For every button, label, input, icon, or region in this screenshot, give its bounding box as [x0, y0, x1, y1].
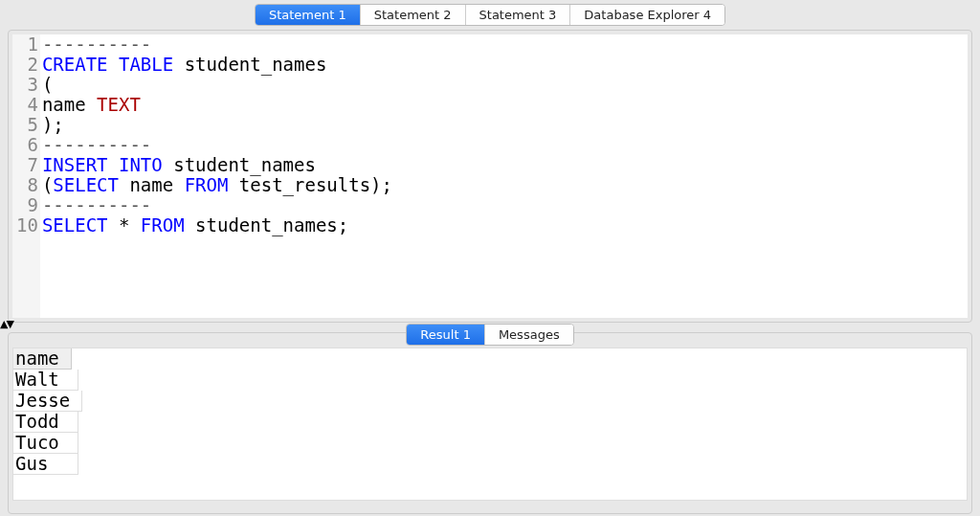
line-number: 10 — [16, 215, 38, 236]
code-token: name — [119, 174, 185, 195]
code-token: name — [42, 94, 97, 115]
top-tabset: Statement 1Statement 2Statement 3Databas… — [255, 4, 725, 26]
code-token: student_names; — [185, 214, 349, 236]
code-line: INSERT INTO student_names — [42, 155, 966, 175]
code-line: ( — [42, 75, 966, 95]
splitter-handle-icon[interactable]: ▲▼ — [0, 321, 12, 328]
table-cell: Gus — [13, 454, 78, 475]
code-line: ); — [42, 115, 966, 135]
line-number: 9 — [16, 195, 38, 215]
sql-editor[interactable]: 12345678910 ----------CREATE TABLE stude… — [12, 34, 968, 318]
table-row[interactable]: Walt — [13, 370, 967, 391]
table-row[interactable]: Gus — [13, 454, 967, 475]
table-row[interactable]: Jesse — [13, 391, 967, 412]
code-token: ---------- — [42, 34, 151, 55]
code-token: ---------- — [42, 194, 151, 215]
code-token: ( — [42, 74, 53, 95]
result-outer-panel: Result 1Messages nameWaltJesseToddTucoGu… — [8, 332, 972, 514]
editor-code-area[interactable]: ----------CREATE TABLE student_names(nam… — [40, 34, 968, 318]
table-cell: Walt — [13, 370, 78, 391]
code-line: name TEXT — [42, 95, 966, 115]
column-header[interactable]: name — [13, 348, 72, 370]
code-token: INSERT — [42, 154, 108, 175]
code-token: CREATE — [42, 54, 108, 75]
table-cell: Todd — [13, 412, 78, 433]
splitter[interactable]: ▲▼ — [0, 323, 980, 332]
tab-database-explorer-4[interactable]: Database Explorer 4 — [570, 5, 724, 25]
line-number: 6 — [16, 135, 38, 155]
code-line: ---------- — [42, 34, 966, 55]
code-token: ); — [42, 114, 64, 135]
table-cell: Jesse — [13, 391, 82, 412]
code-token: FROM — [185, 174, 229, 195]
line-number: 2 — [16, 55, 38, 75]
code-token: TEXT — [97, 94, 141, 115]
grid-header-row: name — [13, 348, 967, 370]
top-tabbar: Statement 1Statement 2Statement 3Databas… — [0, 0, 980, 28]
code-token — [108, 54, 119, 75]
code-token: * — [108, 214, 141, 236]
code-token: FROM — [141, 214, 185, 236]
line-number: 1 — [16, 34, 38, 55]
line-number: 4 — [16, 95, 38, 115]
tab-statement-2[interactable]: Statement 2 — [361, 5, 466, 25]
line-number: 3 — [16, 75, 38, 95]
code-token: ( — [42, 174, 53, 195]
table-row[interactable]: Tuco — [13, 433, 967, 454]
code-token: student_names — [163, 154, 316, 175]
code-token — [108, 154, 119, 175]
tab-statement-1[interactable]: Statement 1 — [256, 5, 361, 25]
code-token: test_results); — [228, 174, 392, 195]
code-token: ---------- — [42, 134, 151, 155]
tab-statement-3[interactable]: Statement 3 — [466, 5, 571, 25]
code-token: SELECT — [53, 174, 119, 195]
editor-outer-panel: 12345678910 ----------CREATE TABLE stude… — [8, 30, 972, 323]
line-number: 8 — [16, 175, 38, 195]
code-token: INTO — [119, 154, 163, 175]
result-grid[interactable]: nameWaltJesseToddTucoGus — [12, 348, 968, 501]
code-line: CREATE TABLE student_names — [42, 55, 966, 75]
code-line: SELECT * FROM student_names; — [42, 215, 966, 236]
code-token: TABLE — [119, 54, 173, 75]
code-token: student_names — [173, 54, 326, 75]
line-number: 7 — [16, 155, 38, 175]
table-cell: Tuco — [13, 433, 78, 454]
code-token: SELECT — [42, 214, 108, 236]
editor-gutter: 12345678910 — [12, 34, 40, 318]
code-line: (SELECT name FROM test_results); — [42, 175, 966, 195]
code-line: ---------- — [42, 195, 966, 215]
code-line: ---------- — [42, 135, 966, 155]
table-row[interactable]: Todd — [13, 412, 967, 433]
line-number: 5 — [16, 115, 38, 135]
